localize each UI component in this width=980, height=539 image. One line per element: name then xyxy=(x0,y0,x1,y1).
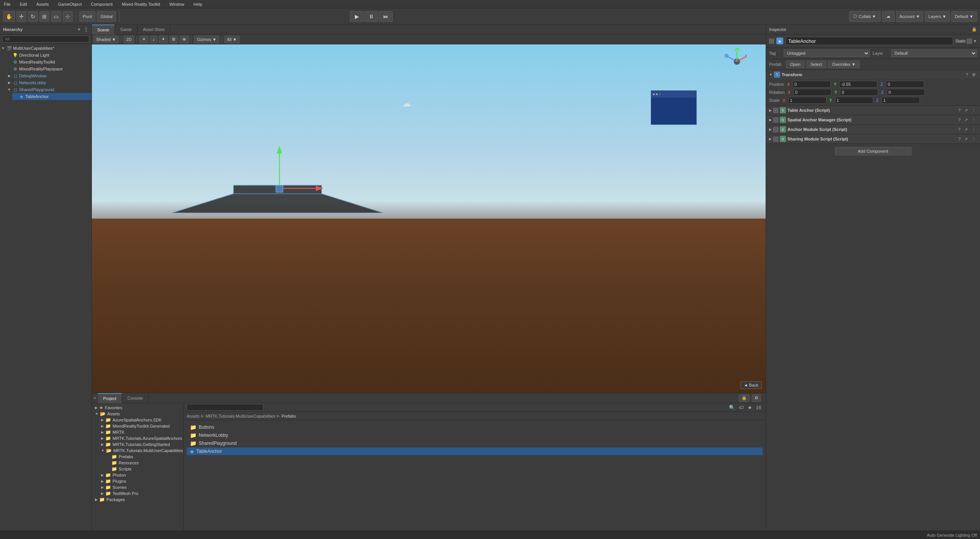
project-assets[interactable]: ▼ 📂 Assets xyxy=(92,411,183,417)
project-scenes[interactable]: ▶ 📁 Scenes xyxy=(92,484,183,490)
tree-item-dirlight[interactable]: ▶ 💡 Directional Light xyxy=(6,52,91,59)
tree-item-tableanchor[interactable]: ▶ ◈ TableAnchor xyxy=(12,93,91,100)
static-checkbox[interactable] xyxy=(967,39,972,44)
comp-edit-sm[interactable]: ↗ xyxy=(963,137,969,142)
transform-help[interactable]: ? xyxy=(965,72,969,77)
comp-header-table-anchor[interactable]: ▶ S Table Anchor (Script) ? ↗ ⋮ xyxy=(766,106,980,115)
tree-item-debug[interactable]: ▶ ◻ DebugWindow xyxy=(6,72,91,79)
comp-edit-ta[interactable]: ↗ xyxy=(963,108,969,113)
transform-tool[interactable]: ⊹ xyxy=(63,11,73,22)
comp-header-spatial[interactable]: ▶ S Spatial Anchor Manager (Script) ? ↗ … xyxy=(766,115,980,124)
gizmos-dropdown[interactable]: Gizmos ▼ xyxy=(194,36,219,43)
all-dropdown[interactable]: All ▼ xyxy=(224,36,240,43)
project-mrtk-multi[interactable]: ▼ 📂 MRTK.Tutorials.MultiUserCapabilities xyxy=(92,448,183,454)
tree-item-playspace[interactable]: ▶ ⚙ MixedRealityPlayspace xyxy=(6,65,91,72)
hidden-objects[interactable]: 👁 xyxy=(180,36,189,43)
pause-button[interactable]: ⏸ xyxy=(364,11,378,22)
menu-gameobject[interactable]: GameObject xyxy=(56,1,84,7)
move-tool[interactable]: ✛ xyxy=(16,11,26,22)
static-dropdown-arrow[interactable]: ▼ xyxy=(973,39,977,43)
tab-asset-store[interactable]: Asset Store xyxy=(137,24,170,34)
project-mrtk[interactable]: ▶ 📁 MRTK xyxy=(92,429,183,435)
account-button[interactable]: Account ▼ xyxy=(896,11,924,22)
comp-help-sm[interactable]: ? xyxy=(957,137,962,142)
rot-z-input[interactable] xyxy=(887,89,925,96)
pos-x-input[interactable] xyxy=(792,81,831,88)
comp-header-sm[interactable]: ▶ S Sharing Module Script (Script) ? ↗ ⋮ xyxy=(766,134,980,144)
layer-select[interactable]: Default xyxy=(891,49,977,57)
scale-x-input[interactable] xyxy=(788,97,826,104)
tree-item-shared[interactable]: ▼ ◻ SharedPlayground xyxy=(6,86,91,93)
open-button[interactable]: Open xyxy=(786,60,805,68)
lighting-btn[interactable]: ☀ xyxy=(139,36,149,43)
pivot-button[interactable]: Pivot xyxy=(79,11,95,22)
menu-window[interactable]: Window xyxy=(167,1,186,7)
project-plugins[interactable]: ▶ 📁 Plugins xyxy=(92,478,183,484)
comp-help-sa[interactable]: ? xyxy=(957,118,962,122)
scale-y-input[interactable] xyxy=(835,97,873,104)
bottom-add-btn[interactable]: + xyxy=(93,395,96,401)
assets-search-input[interactable] xyxy=(187,404,263,411)
asset-item-buttons[interactable]: 📁 Buttons xyxy=(187,423,763,431)
bc-assets[interactable]: Assets xyxy=(187,414,199,418)
tree-item-mrt[interactable]: ▶ ⚙ MixedRealityToolkit xyxy=(6,59,91,65)
hierarchy-menu-btn[interactable]: ⋮ xyxy=(83,26,88,32)
tab-console[interactable]: Console xyxy=(122,393,149,403)
scene-view[interactable]: ■ ■ × ☁ xyxy=(92,44,766,393)
project-packages[interactable]: ▶ 📁 Packages xyxy=(92,497,183,503)
project-mrtk-gen[interactable]: ▶ 📁 MixedRealityToolkit.Generated xyxy=(92,423,183,429)
tag-select[interactable]: Untagged xyxy=(784,49,870,57)
tab-game[interactable]: Game xyxy=(115,24,137,34)
comp-edit-am[interactable]: ↗ xyxy=(963,127,969,132)
project-mrtk-azure[interactable]: ▶ 📁 MRTK.Tutorials.AzureSpatialAnchors xyxy=(92,435,183,441)
layers-button[interactable]: Layers ▼ xyxy=(925,11,950,22)
project-scripts[interactable]: ▶ 📁 Scripts xyxy=(92,466,183,472)
bottom-settings-btn[interactable]: ⚙ xyxy=(752,394,761,402)
search-star-btn[interactable]: ★ xyxy=(746,405,753,410)
default-button[interactable]: Default ▼ xyxy=(951,11,977,22)
comp-header-am[interactable]: ▶ S Anchor Module Script (Script) ? ↗ ⋮ xyxy=(766,125,980,134)
scene-view-extras[interactable]: ⊞ xyxy=(169,36,178,43)
comp-toggle-am[interactable] xyxy=(773,127,778,132)
menu-edit[interactable]: Edit xyxy=(18,1,29,7)
audio-btn[interactable]: ♪ xyxy=(150,36,158,43)
comp-settings-am[interactable]: ⋮ xyxy=(970,127,977,132)
search-type-btn[interactable]: 🔍 xyxy=(728,405,736,410)
bottom-lock-btn[interactable]: 🔒 xyxy=(739,394,750,402)
project-textmesh[interactable]: ▶ 📁 TextMesh Pro xyxy=(92,490,183,497)
project-mrtk-getting[interactable]: ▶ 📁 MRTK.Tutorials.GettingStarted xyxy=(92,441,183,448)
select-button[interactable]: Select xyxy=(806,60,826,68)
inspector-lock-btn[interactable]: 🔒 xyxy=(972,27,977,32)
hand-tool[interactable]: ✋ xyxy=(3,11,15,22)
2d-toggle[interactable]: 2D xyxy=(124,36,134,43)
project-prefabs[interactable]: ▶ 📁 Prefabs xyxy=(92,454,183,460)
scale-z-input[interactable] xyxy=(882,97,920,104)
fx-btn[interactable]: ✦ xyxy=(159,36,168,43)
search-label-btn[interactable]: 🏷 xyxy=(738,405,745,410)
rotate-tool[interactable]: ↻ xyxy=(28,11,38,22)
asset-item-netlobby[interactable]: 📁 NetworkLobby xyxy=(187,431,763,439)
comp-edit-sa[interactable]: ↗ xyxy=(963,118,969,122)
tree-item-multiuser[interactable]: ▼ 🎬 MultiUserCapabilities* xyxy=(0,45,91,52)
play-button[interactable]: ▶ xyxy=(350,11,364,22)
asset-item-tableanchor[interactable]: ◈ TableAnchor xyxy=(187,448,763,455)
comp-help-am[interactable]: ? xyxy=(957,127,962,132)
menu-file[interactable]: File xyxy=(2,1,13,7)
collab-button[interactable]: ⬡ Collab ▼ xyxy=(849,11,880,22)
menu-help[interactable]: Help xyxy=(191,1,205,7)
comp-settings-ta[interactable]: ⋮ xyxy=(970,108,977,113)
comp-toggle-ta[interactable] xyxy=(773,108,778,113)
global-button[interactable]: Global xyxy=(97,11,116,22)
step-button[interactable]: ⏭ xyxy=(379,11,393,22)
comp-settings-sa[interactable]: ⋮ xyxy=(970,118,977,122)
comp-toggle-sa[interactable] xyxy=(773,118,778,122)
scale-tool[interactable]: ⊞ xyxy=(39,11,49,22)
project-resources[interactable]: ▶ 📁 Resources xyxy=(92,460,183,466)
menu-assets[interactable]: Assets xyxy=(34,1,51,7)
menu-mixed-reality[interactable]: Mixed Reality Toolkit xyxy=(119,1,162,7)
transform-header[interactable]: ▼ T Transform ? ⚙ xyxy=(766,70,980,79)
cloud-button[interactable]: ☁ xyxy=(882,11,895,22)
rot-y-input[interactable] xyxy=(840,89,878,96)
scene-back-button[interactable]: ◄ Back xyxy=(740,381,762,389)
tab-scene[interactable]: Scene xyxy=(92,24,115,34)
